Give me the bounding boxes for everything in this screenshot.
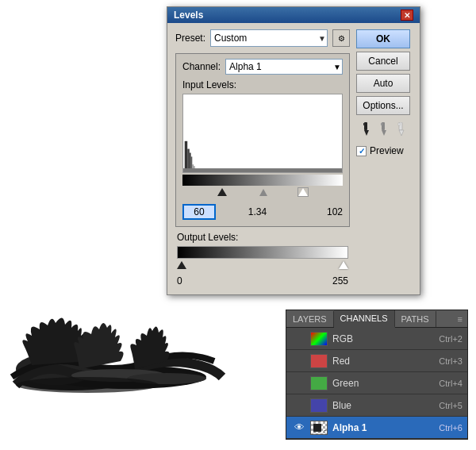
output-slider-container	[177, 260, 348, 272]
red-visibility[interactable]	[291, 353, 307, 369]
blue-shortcut: Ctrl+5	[439, 401, 463, 410]
red-shortcut: Ctrl+3	[439, 356, 463, 366]
svg-rect-16	[363, 123, 365, 125]
preview-row: ✓ Preview	[356, 145, 412, 156]
svg-rect-6	[183, 94, 342, 172]
white-eyedropper-button[interactable]	[393, 121, 409, 137]
blue-visibility[interactable]	[291, 398, 307, 413]
channel-select[interactable]: Alpha 1	[225, 59, 343, 75]
auto-button[interactable]: Auto	[356, 74, 410, 93]
red-thumbnail	[310, 354, 328, 368]
alpha1-shortcut: Ctrl+6	[439, 423, 463, 433]
channel-red[interactable]: Red Ctrl+3	[286, 350, 467, 372]
svg-point-5	[16, 377, 159, 393]
preview-checkmark: ✓	[359, 147, 365, 156]
options-button[interactable]: Options...	[356, 96, 410, 115]
svg-marker-18	[382, 130, 386, 136]
gray-eyedropper-button[interactable]	[376, 121, 392, 137]
input-levels-gradient	[182, 175, 343, 186]
dialog-close-button[interactable]: ✕	[401, 10, 413, 21]
black-point-slider[interactable]	[217, 188, 227, 196]
rgb-visibility[interactable]	[291, 331, 307, 347]
blue-thumbnail	[310, 398, 328, 413]
rgb-shortcut: Ctrl+2	[439, 334, 463, 344]
black-eyedropper-button[interactable]	[359, 121, 374, 137]
alpha1-visibility[interactable]: 👁	[291, 420, 307, 436]
rgb-channel-name: RGB	[332, 333, 439, 344]
svg-marker-15	[364, 130, 369, 136]
output-levels-gradient	[177, 246, 348, 259]
settings-icon: ⚙	[338, 34, 345, 43]
green-channel-name: Green	[332, 378, 439, 389]
dialog-titlebar: Levels ✕	[167, 7, 420, 23]
brush-strokes-area	[8, 306, 230, 393]
output-white-value: 255	[332, 275, 348, 287]
green-thumbnail	[310, 376, 328, 390]
svg-rect-13	[183, 168, 342, 172]
red-channel-name: Red	[332, 356, 439, 367]
channel-label: Channel:	[182, 61, 221, 72]
output-levels-label: Output Levels:	[177, 232, 348, 243]
input-levels-label: Input Levels:	[182, 79, 343, 90]
alpha1-thumbnail: -	[310, 421, 328, 435]
alpha1-channel-name: Alpha 1	[332, 422, 439, 433]
tab-layers[interactable]: LAYERS	[286, 311, 334, 327]
output-black-slider[interactable]	[177, 261, 186, 269]
histogram-display	[182, 94, 343, 173]
levels-dialog: Levels ✕ Preset: Custom ▼ ⚙	[167, 6, 420, 295]
input-gamma-value: 1.34	[236, 206, 279, 217]
ok-button[interactable]: OK	[356, 29, 410, 48]
preset-select[interactable]: Custom	[210, 29, 328, 47]
preview-checkbox[interactable]: ✓	[356, 146, 367, 156]
blue-channel-name: Blue	[332, 400, 439, 411]
alpha1-eye-icon: 👁	[294, 421, 305, 433]
input-white-value: 102	[299, 206, 343, 217]
eyedropper-tools	[356, 121, 412, 137]
tab-paths[interactable]: PATHS	[395, 311, 436, 327]
output-white-slider[interactable]	[339, 261, 348, 269]
output-black-value: 0	[177, 275, 182, 287]
svg-marker-21	[399, 130, 404, 136]
channel-alpha1[interactable]: 👁 - Alpha 1 Ctrl+6	[286, 417, 467, 439]
rgb-thumbnail	[310, 332, 328, 346]
white-point-slider[interactable]	[298, 188, 308, 196]
input-black-field[interactable]: 60	[182, 204, 216, 220]
tab-channels[interactable]: CHANNELS	[334, 310, 395, 328]
preset-settings-button[interactable]: ⚙	[332, 29, 350, 47]
green-shortcut: Ctrl+4	[439, 379, 463, 388]
channel-rgb[interactable]: RGB Ctrl+2	[286, 328, 467, 350]
dialog-title: Levels	[174, 10, 401, 21]
panel-menu-button[interactable]: ≡	[453, 311, 467, 327]
preview-label: Preview	[370, 145, 404, 156]
svg-rect-22	[398, 123, 400, 125]
gamma-slider[interactable]	[259, 189, 267, 196]
channel-green[interactable]: Green Ctrl+4	[286, 372, 467, 394]
channels-tabs: LAYERS CHANNELS PATHS ≡	[286, 310, 467, 328]
channel-blue[interactable]: Blue Ctrl+5	[286, 394, 467, 417]
green-visibility[interactable]	[291, 375, 307, 391]
svg-rect-19	[381, 123, 382, 125]
input-slider-container	[182, 187, 343, 201]
channels-panel: LAYERS CHANNELS PATHS ≡ RGB Ctrl+2 Red C…	[286, 310, 468, 440]
svg-rect-7	[185, 141, 187, 172]
cancel-button[interactable]: Cancel	[356, 52, 410, 71]
preset-label: Preset:	[175, 33, 205, 44]
